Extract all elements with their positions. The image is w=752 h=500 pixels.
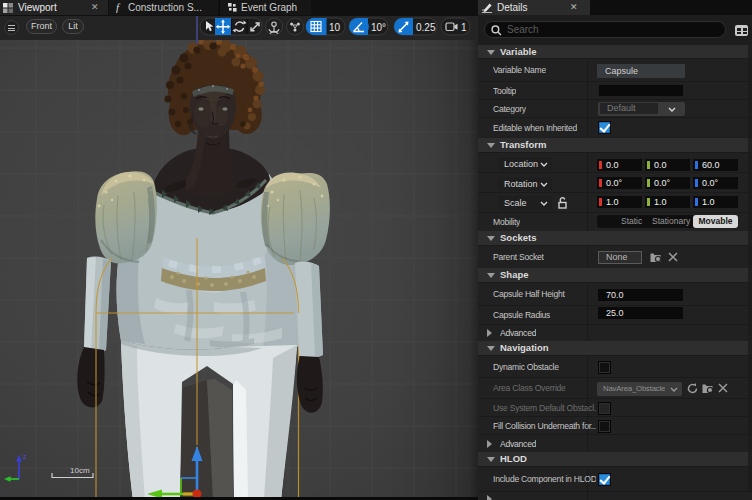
svg-text:1: 1 bbox=[461, 22, 467, 33]
svg-text:10: 10 bbox=[329, 22, 341, 33]
svg-text:z: z bbox=[23, 453, 27, 460]
svg-text:10°: 10° bbox=[371, 22, 386, 33]
svg-text:0.25: 0.25 bbox=[416, 22, 436, 33]
svg-text:10cm: 10cm bbox=[70, 466, 90, 475]
